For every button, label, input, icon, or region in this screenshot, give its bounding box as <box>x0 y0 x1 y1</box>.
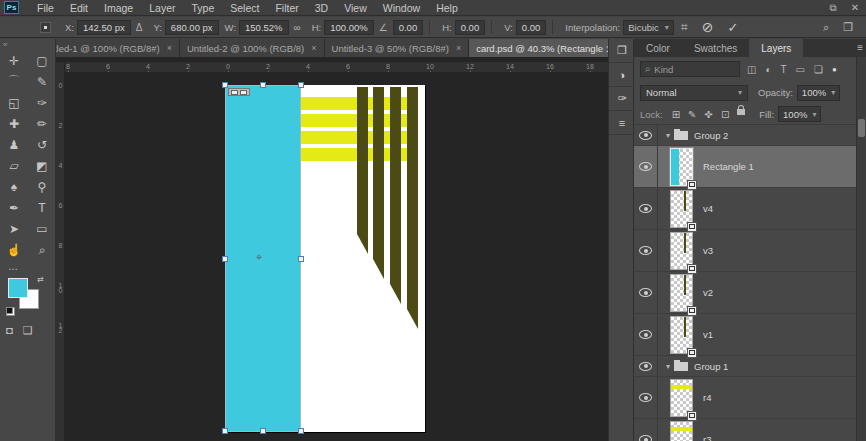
clone-stamp-tool[interactable]: ♟ <box>0 134 28 155</box>
olive-bar-shape[interactable] <box>390 87 401 304</box>
blend-mode-dropdown[interactable]: Normal ▾ <box>640 85 748 101</box>
horizontal-ruler[interactable]: 8642024681012141618 <box>65 62 608 73</box>
menu-item-filter[interactable]: Filter <box>267 2 306 14</box>
move-tool[interactable]: ✛ <box>0 50 28 71</box>
eye-icon[interactable] <box>639 362 652 371</box>
transform-handle-mid-left[interactable] <box>222 256 228 262</box>
type-tool[interactable]: T <box>28 197 56 218</box>
scrollbar-thumb[interactable] <box>858 119 865 137</box>
layers-scrollbar[interactable] <box>856 57 866 441</box>
layer-visibility-cell[interactable] <box>634 314 658 355</box>
dodge-tool[interactable]: ⚲ <box>28 176 56 197</box>
zoom-tool[interactable]: ⌕ <box>28 239 56 260</box>
eye-icon[interactable] <box>639 246 652 255</box>
swap-colors-icon[interactable]: ⇄ <box>37 275 44 284</box>
path-selection-tool[interactable]: ➤ <box>0 218 28 239</box>
menu-item-window[interactable]: Window <box>375 2 428 14</box>
layer-search-input[interactable]: ⌕ Kind <box>640 61 740 77</box>
eye-icon[interactable] <box>639 131 652 140</box>
link-dimensions-icon[interactable]: ∞ <box>294 22 301 33</box>
layer-row[interactable]: Rectangle 1 <box>634 146 866 188</box>
collapse-tools-icon[interactable]: « <box>0 39 55 50</box>
shape-tool[interactable]: ▭ <box>28 218 56 239</box>
layer-visibility-cell[interactable] <box>634 272 658 313</box>
width-field[interactable]: 150.52% <box>239 20 289 35</box>
layer-row[interactable]: v2 <box>634 272 866 314</box>
layer-row[interactable]: v4 <box>634 188 866 230</box>
layer-visibility-cell[interactable] <box>634 188 658 229</box>
libraries-panel-icon[interactable]: ❐ <box>609 39 635 63</box>
layer-row[interactable]: v3 <box>634 230 866 272</box>
close-tab-icon[interactable]: × <box>311 43 316 53</box>
transform-handle-bottom-left[interactable] <box>222 428 228 434</box>
screen-mode-icon[interactable]: ❏ <box>23 324 33 337</box>
eye-icon[interactable] <box>639 330 652 339</box>
transform-handle-mid-right[interactable] <box>298 256 304 262</box>
menu-item-edit[interactable]: Edit <box>62 2 96 14</box>
lock-artboard-icon[interactable]: ⊡ <box>721 109 729 120</box>
layer-thumbnail[interactable] <box>670 190 693 228</box>
crop-tool[interactable]: ◱ <box>0 92 28 113</box>
filter-adjustment-icon[interactable]: ◐ <box>765 64 771 75</box>
close-window-icon[interactable]: ✕ <box>844 2 866 14</box>
menu-item-image[interactable]: Image <box>96 2 141 14</box>
quick-selection-tool[interactable]: ✎ <box>28 71 56 92</box>
free-transform-bounding-box[interactable]: ⌖ <box>225 85 301 432</box>
v-skew-field[interactable]: 0.00 <box>516 20 547 35</box>
layer-row[interactable]: v1 <box>634 314 866 356</box>
menu-item-type[interactable]: Type <box>183 2 222 14</box>
default-colors-icon[interactable] <box>6 307 15 316</box>
chevron-down-icon[interactable]: ▾ <box>666 131 670 140</box>
transform-handle-top-left[interactable] <box>222 82 228 88</box>
panel-tab-swatches[interactable]: Swatches <box>682 39 749 57</box>
olive-bar-shape[interactable] <box>407 87 418 329</box>
lock-transparent-icon[interactable]: ⊞ <box>672 109 680 120</box>
layer-visibility-cell[interactable] <box>634 356 658 376</box>
clone-source-panel-icon[interactable]: ≡ <box>609 111 635 135</box>
layer-row[interactable]: r4 <box>634 377 866 419</box>
workspace-switcher-icon[interactable]: ❒ <box>843 21 853 34</box>
layer-visibility-cell[interactable] <box>634 146 658 187</box>
interpolation-dropdown[interactable]: Bicubic ▾ <box>623 20 674 35</box>
restore-window-icon[interactable]: ⧉ <box>822 2 844 14</box>
search-icon[interactable]: ⌕ <box>823 21 829 34</box>
layer-thumbnail[interactable] <box>670 379 693 417</box>
transform-handle-bottom-right[interactable] <box>298 428 304 434</box>
vertical-ruler[interactable]: 024681012 <box>56 62 65 441</box>
menu-item-3d[interactable]: 3D <box>307 2 336 14</box>
menu-item-file[interactable]: File <box>29 2 62 14</box>
layer-thumbnail[interactable] <box>670 316 693 354</box>
opacity-field[interactable]: 100% ▾ <box>797 85 840 101</box>
olive-bar-shape[interactable] <box>373 87 384 279</box>
document-tab[interactable]: Untitled-3 @ 50% (RGB/8#)× <box>325 39 470 57</box>
history-brush-tool[interactable]: ↺ <box>28 134 56 155</box>
transform-handle-top-center[interactable] <box>260 82 266 88</box>
lock-all-icon[interactable] <box>737 109 745 115</box>
lock-pixels-icon[interactable]: ✎ <box>688 109 696 120</box>
olive-bar-shape[interactable] <box>357 87 368 254</box>
close-tab-icon[interactable]: × <box>167 43 172 53</box>
x-field[interactable]: 142.50 px <box>77 20 131 35</box>
lock-position-icon[interactable]: ✜ <box>705 109 713 120</box>
fill-field[interactable]: 100% ▾ <box>778 106 821 122</box>
h-skew-field[interactable]: 0.00 <box>455 20 486 35</box>
brush-tool[interactable]: ✏ <box>28 113 56 134</box>
brush-settings-panel-icon[interactable]: ✑ <box>609 87 635 111</box>
eye-icon[interactable] <box>639 393 652 402</box>
document-tab[interactable]: Untitled-2 @ 100% (RGB/8)× <box>180 39 325 57</box>
blur-tool[interactable]: ♠ <box>0 176 28 197</box>
layer-visibility-cell[interactable] <box>634 419 658 441</box>
lasso-tool[interactable]: ⌒ <box>0 71 28 92</box>
panel-menu-icon[interactable]: ≡ <box>857 42 863 53</box>
hand-tool[interactable]: ☝ <box>0 239 28 260</box>
filter-shape-icon[interactable]: ▭ <box>796 64 805 75</box>
gradient-tool[interactable]: ◩ <box>28 155 56 176</box>
eye-icon[interactable] <box>639 435 652 441</box>
menu-item-help[interactable]: Help <box>428 2 466 14</box>
menu-item-layer[interactable]: Layer <box>141 2 183 14</box>
pen-tool[interactable]: ✒ <box>0 197 28 218</box>
filter-toggle-icon[interactable]: ● <box>832 65 837 74</box>
close-tab-icon[interactable]: × <box>456 43 461 53</box>
menu-item-select[interactable]: Select <box>222 2 267 14</box>
filter-image-icon[interactable]: ◫ <box>747 64 756 75</box>
